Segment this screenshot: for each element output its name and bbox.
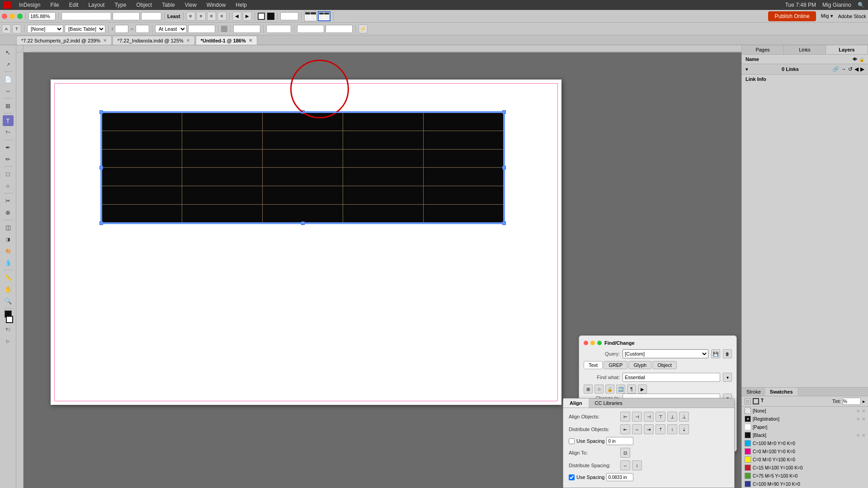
- free-transform-tool[interactable]: ⊕: [3, 207, 14, 218]
- menu-edit[interactable]: Edit: [67, 2, 80, 8]
- update-link-icon[interactable]: ↺: [848, 66, 853, 72]
- dist-hcenter-btn[interactable]: ↔: [632, 424, 642, 434]
- extra4-input[interactable]: 0.0556 in: [326, 25, 353, 33]
- eye-icon[interactable]: 👁: [853, 57, 857, 62]
- fp-query-select[interactable]: [Custom]: [623, 349, 708, 358]
- table-cell[interactable]: [424, 186, 504, 205]
- page-tool[interactable]: 📄: [3, 74, 14, 84]
- use-spacing-check[interactable]: [569, 438, 575, 444]
- swatch-cyan[interactable]: C=100 M=0 Y=0 K=0: [742, 439, 868, 447]
- lock-icon[interactable]: 🔒: [859, 57, 864, 62]
- ellipse-tool[interactable]: ○: [3, 180, 14, 191]
- links-chevron[interactable]: ▾: [745, 66, 748, 72]
- fp-icon5[interactable]: ¶: [627, 385, 636, 394]
- table-cell[interactable]: [182, 168, 263, 186]
- justify-btn[interactable]: ≡: [217, 12, 226, 21]
- table-cell[interactable]: [263, 113, 343, 131]
- col-width-input[interactable]: 0.0417 in: [188, 25, 215, 33]
- table-cell[interactable]: [424, 149, 504, 168]
- tab-pages[interactable]: Pages: [742, 45, 784, 54]
- fill-swatch-icon[interactable]: □: [745, 398, 751, 404]
- fp-delete-query[interactable]: 🗑: [723, 349, 732, 358]
- handle-tl[interactable]: [99, 110, 103, 114]
- dist-bottom-btn[interactable]: ⇣: [679, 424, 689, 434]
- dist-h-spacing-btn[interactable]: ↔: [620, 460, 630, 470]
- align-v-centers-btn[interactable]: ⊥: [667, 412, 677, 422]
- type-on-path-tool[interactable]: T~: [3, 127, 14, 138]
- dist-vcenter-btn[interactable]: ↕: [667, 424, 677, 434]
- pencil-tool[interactable]: ✏: [3, 154, 14, 164]
- handle-bl[interactable]: [99, 221, 103, 225]
- handle-br[interactable]: [502, 221, 506, 225]
- indent-right-btn[interactable]: ▶: [243, 12, 252, 21]
- content-collector-tool[interactable]: ⊞: [3, 100, 14, 111]
- zoom-tool[interactable]: 🔍: [3, 296, 14, 306]
- text-swatch-icon[interactable]: T: [761, 398, 767, 404]
- handle-ml[interactable]: [99, 166, 103, 169]
- fp-icon2[interactable]: ☆: [594, 385, 604, 394]
- direct-select-tool[interactable]: ↗: [3, 59, 14, 70]
- tab-indianola[interactable]: *7.22_Indianola.indd @ 125% ✕: [113, 36, 195, 45]
- type-tool[interactable]: T: [3, 115, 14, 126]
- align-h-centers-btn[interactable]: ⊣: [632, 412, 642, 422]
- table-cell[interactable]: [343, 186, 424, 205]
- table-cell[interactable]: [424, 131, 504, 149]
- zoom-input[interactable]: [28, 12, 56, 20]
- handle-tr[interactable]: [502, 110, 506, 114]
- close-tab-1[interactable]: ✕: [186, 38, 190, 43]
- fp-find-arrow[interactable]: ▾: [723, 373, 732, 382]
- spacing-input[interactable]: 0 in: [606, 437, 633, 445]
- swatch-registration-add[interactable]: ✕: [862, 417, 865, 422]
- scissors-tool[interactable]: ✂: [3, 195, 14, 206]
- gap-tool[interactable]: ↔: [3, 85, 14, 96]
- dist-right-btn[interactable]: ⇥: [644, 424, 654, 434]
- fp-tab-text[interactable]: Text: [584, 361, 603, 369]
- rows-input[interactable]: 6: [115, 25, 128, 33]
- table-cell[interactable]: [263, 131, 343, 149]
- stroke-tab[interactable]: Stroke: [742, 388, 765, 396]
- table-cell[interactable]: [102, 186, 182, 205]
- table-style-select[interactable]: [None]: [27, 25, 63, 33]
- tb2-thunder-btn[interactable]: ⚡: [359, 24, 368, 33]
- close-tab-2[interactable]: ✕: [249, 38, 252, 43]
- preview-btn[interactable]: ▷: [3, 336, 14, 347]
- fp-maximize[interactable]: [597, 341, 602, 345]
- table-cell[interactable]: [102, 131, 182, 149]
- rectangle-tool[interactable]: □: [3, 169, 14, 179]
- menu-layout[interactable]: Layout: [86, 2, 106, 8]
- tab-layers[interactable]: Layers: [826, 45, 868, 54]
- table-cell[interactable]: [263, 205, 343, 223]
- extra2-input[interactable]: 1.24 in: [266, 25, 291, 33]
- table-cell[interactable]: [102, 149, 182, 168]
- swatch-black-x1[interactable]: ✕: [856, 433, 860, 438]
- swatch-menu-icon[interactable]: ▸: [863, 399, 865, 404]
- dist-top-btn[interactable]: ⇡: [656, 424, 665, 434]
- swatch-blue[interactable]: C=100 M=90 Y=10 K=0: [742, 480, 868, 488]
- handle-tm[interactable]: [301, 110, 305, 114]
- menu-table[interactable]: Table: [160, 2, 177, 8]
- link-info-collapse[interactable]: ▶: [860, 66, 864, 72]
- fp-icon4[interactable]: 🔤: [616, 385, 625, 394]
- tab-links[interactable]: Links: [784, 45, 826, 54]
- align-bottom-edges-btn[interactable]: ⊥: [679, 412, 689, 422]
- goto-link-icon[interactable]: →: [841, 66, 846, 72]
- tint-input[interactable]: [843, 398, 861, 405]
- selection-tool[interactable]: ↖: [3, 47, 14, 58]
- align-right-btn[interactable]: ≡: [207, 12, 216, 21]
- search-icon[interactable]: 🔍: [858, 2, 864, 8]
- table-cell[interactable]: [343, 168, 424, 186]
- stroke-swatch-icon[interactable]: [753, 398, 759, 404]
- chain-link-icon[interactable]: [221, 26, 227, 32]
- swatch-none-x[interactable]: ✕: [856, 408, 860, 413]
- font-style-input[interactable]: Regular: [113, 12, 140, 20]
- dist-v-spacing-btn[interactable]: ↕: [632, 460, 642, 470]
- extra1-input[interactable]: 0.0556 in: [233, 25, 260, 33]
- fp-minimize[interactable]: [590, 341, 595, 345]
- dist-use-spacing-check[interactable]: [569, 474, 575, 480]
- cell-style-select[interactable]: [Basic Table]: [65, 25, 105, 33]
- table-cell[interactable]: [263, 186, 343, 205]
- swatches-tab[interactable]: Swatches: [765, 388, 797, 396]
- color-theme-tool[interactable]: 🎨: [3, 245, 14, 256]
- ap-tab-align[interactable]: Align: [563, 399, 589, 408]
- swatch-yellow[interactable]: C=0 M=0 Y=100 K=0: [742, 455, 868, 464]
